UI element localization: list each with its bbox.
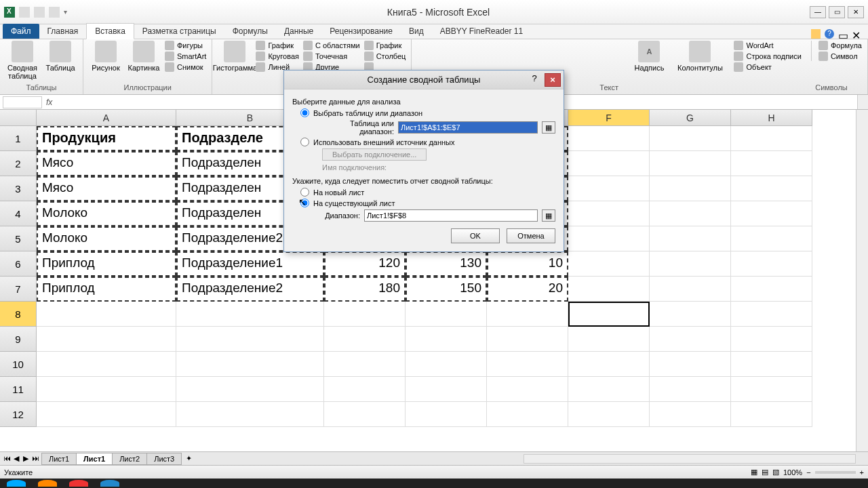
cell[interactable] bbox=[37, 352, 176, 377]
cell[interactable] bbox=[406, 402, 487, 427]
row-header[interactable]: 11 bbox=[0, 377, 37, 402]
cell[interactable] bbox=[731, 377, 812, 402]
name-box[interactable] bbox=[3, 96, 42, 108]
tab-review[interactable]: Рецензирование bbox=[321, 24, 401, 39]
taskbar-app-icon[interactable] bbox=[69, 480, 88, 487]
taskbar-start-icon[interactable] bbox=[7, 480, 26, 487]
cell[interactable] bbox=[37, 377, 176, 402]
cell[interactable]: 150 bbox=[406, 277, 487, 302]
radio-existing-sheet[interactable] bbox=[300, 199, 309, 207]
cell[interactable] bbox=[568, 302, 650, 327]
maximize-button[interactable]: ▭ bbox=[829, 6, 845, 18]
equation-button[interactable]: Формула bbox=[818, 41, 862, 50]
zoom-slider[interactable] bbox=[815, 471, 856, 474]
cell[interactable] bbox=[568, 277, 650, 302]
tab-data[interactable]: Данные bbox=[276, 24, 321, 39]
cell[interactable] bbox=[406, 377, 487, 402]
cell[interactable] bbox=[731, 327, 812, 352]
sheet-tab-0[interactable]: Лист1 bbox=[41, 453, 77, 465]
cell[interactable] bbox=[650, 302, 731, 327]
taskbar-app-icon[interactable] bbox=[38, 480, 57, 487]
dialog-close-button[interactable]: × bbox=[545, 73, 561, 87]
cell[interactable] bbox=[650, 352, 731, 377]
object-button[interactable]: Объект bbox=[734, 62, 801, 72]
cell[interactable]: Продукция bbox=[37, 126, 176, 151]
ribbon-restore-icon[interactable]: ▭ bbox=[838, 29, 848, 39]
cell[interactable] bbox=[324, 377, 406, 402]
cell[interactable] bbox=[650, 327, 731, 352]
cell[interactable] bbox=[650, 251, 731, 277]
tab-formulas[interactable]: Формулы bbox=[224, 24, 276, 39]
cell[interactable] bbox=[731, 302, 812, 327]
table-button[interactable]: Таблица bbox=[43, 41, 77, 72]
cell[interactable] bbox=[37, 402, 176, 427]
cell[interactable] bbox=[568, 327, 650, 352]
shapes-button[interactable]: Фигуры bbox=[165, 41, 206, 50]
view-layout-icon[interactable]: ▤ bbox=[762, 468, 768, 476]
cell[interactable] bbox=[731, 277, 812, 302]
tab-home[interactable]: Главная bbox=[39, 24, 87, 39]
zoom-level[interactable]: 100% bbox=[783, 468, 802, 476]
ribbon-close-icon[interactable]: ✕ bbox=[852, 29, 861, 39]
cell[interactable] bbox=[650, 201, 731, 226]
wordart-button[interactable]: WordArt bbox=[734, 41, 801, 50]
pivot-table-button[interactable]: Сводная таблица bbox=[5, 41, 39, 80]
zoom-in-icon[interactable]: + bbox=[860, 468, 864, 476]
col-header-G[interactable]: G bbox=[650, 110, 731, 126]
row-header[interactable]: 5 bbox=[0, 226, 37, 251]
range-picker-icon[interactable]: ▦ bbox=[542, 121, 555, 134]
sheet-nav-next-icon[interactable]: ▶ bbox=[22, 454, 30, 463]
scatter-chart-button[interactable]: Точечная bbox=[303, 52, 360, 61]
cell[interactable] bbox=[487, 327, 568, 352]
cell[interactable] bbox=[176, 327, 324, 352]
cell[interactable] bbox=[731, 352, 812, 377]
smartart-button[interactable]: SmartArt bbox=[165, 52, 206, 61]
cell[interactable] bbox=[568, 226, 650, 251]
row-header[interactable]: 7 bbox=[0, 277, 37, 302]
cell[interactable]: Подразделение2 bbox=[176, 277, 324, 302]
dialog-titlebar[interactable]: Создание сводной таблицы ? × bbox=[284, 70, 564, 89]
cell[interactable] bbox=[650, 151, 731, 176]
sheet-tab-1[interactable]: Лист1 bbox=[76, 453, 113, 465]
col-header-F[interactable]: F bbox=[568, 110, 650, 126]
tab-view[interactable]: Вид bbox=[401, 24, 432, 39]
header-footer-button[interactable]: Колонтитулы bbox=[675, 41, 724, 72]
cell[interactable] bbox=[568, 201, 650, 226]
cell[interactable] bbox=[650, 402, 731, 427]
undo-icon[interactable] bbox=[34, 7, 45, 18]
cell[interactable] bbox=[568, 126, 650, 151]
cell[interactable]: 130 bbox=[406, 251, 487, 277]
cell[interactable] bbox=[650, 176, 731, 201]
pie-chart-button[interactable]: Круговая bbox=[256, 52, 299, 61]
tab-file[interactable]: Файл bbox=[3, 24, 39, 39]
dialog-help-button[interactable]: ? bbox=[527, 73, 542, 87]
horizontal-scrollbar[interactable] bbox=[524, 454, 856, 464]
zoom-out-icon[interactable]: − bbox=[806, 468, 810, 476]
formula-expand-icon[interactable] bbox=[857, 95, 868, 109]
cell[interactable] bbox=[176, 402, 324, 427]
row-header[interactable]: 1 bbox=[0, 126, 37, 151]
cell[interactable] bbox=[568, 151, 650, 176]
row-header[interactable]: 8 bbox=[0, 302, 37, 327]
select-all-corner[interactable] bbox=[0, 110, 37, 126]
cell[interactable] bbox=[650, 377, 731, 402]
row-header[interactable]: 3 bbox=[0, 176, 37, 201]
radio-new-sheet[interactable] bbox=[300, 188, 309, 197]
screenshot-button[interactable]: Снимок bbox=[165, 62, 206, 72]
cell[interactable] bbox=[568, 176, 650, 201]
row-header[interactable]: 10 bbox=[0, 352, 37, 377]
cell[interactable] bbox=[568, 251, 650, 277]
cell[interactable]: Приплод bbox=[37, 251, 176, 277]
cell[interactable] bbox=[37, 302, 176, 327]
sparkline-line-button[interactable]: График bbox=[364, 41, 406, 50]
cell[interactable] bbox=[650, 126, 731, 151]
cell[interactable] bbox=[406, 327, 487, 352]
sheet-nav-prev-icon[interactable]: ◀ bbox=[12, 454, 20, 463]
cell[interactable] bbox=[324, 302, 406, 327]
cell[interactable] bbox=[731, 126, 812, 151]
cell[interactable] bbox=[487, 377, 568, 402]
ribbon-min-icon[interactable] bbox=[811, 29, 821, 39]
new-sheet-icon[interactable]: ✦ bbox=[186, 454, 192, 463]
range-input[interactable] bbox=[398, 121, 538, 134]
cancel-button[interactable]: Отмена bbox=[507, 228, 555, 243]
